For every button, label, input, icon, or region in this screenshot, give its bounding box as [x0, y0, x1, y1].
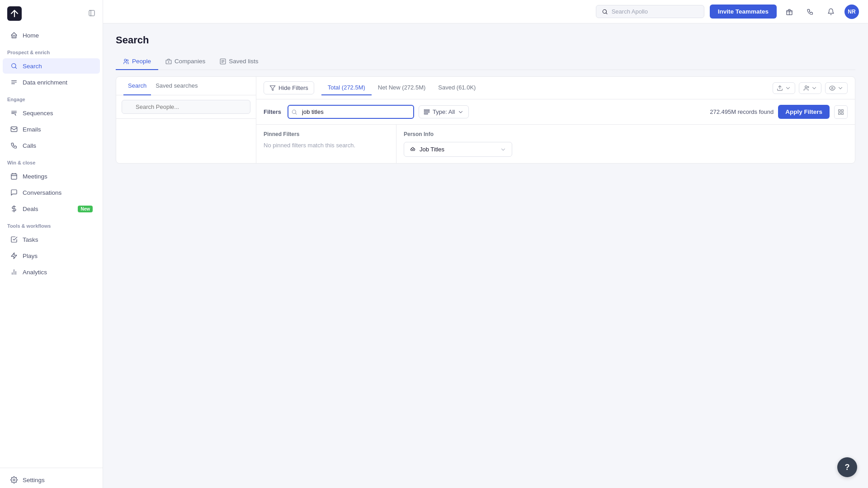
view-tab-net-new[interactable]: Net New (272.5M)	[372, 80, 432, 95]
grid-icon	[838, 109, 844, 115]
global-search-placeholder: Search Apollo	[612, 8, 648, 15]
tab-saved-lists[interactable]: Saved lists	[212, 53, 265, 70]
sidebar-collapse-icon[interactable]	[88, 9, 95, 18]
filter-search-wrapper	[288, 105, 414, 119]
svg-rect-25	[424, 111, 429, 112]
view-tab-saved[interactable]: Saved (61.0K)	[432, 80, 482, 95]
chevron-down-icon-1	[785, 85, 791, 91]
eye-icon	[829, 85, 835, 91]
chevron-down-icon-3	[837, 85, 844, 91]
filter-icon	[269, 85, 276, 91]
email-icon	[10, 125, 18, 133]
settings-icon	[10, 476, 18, 484]
type-dropdown[interactable]: Type: All	[419, 105, 469, 118]
view-toggle-btn[interactable]	[825, 82, 848, 94]
sidebar-item-meetings[interactable]: Meetings	[3, 169, 100, 184]
tab-companies[interactable]: Companies	[158, 53, 212, 70]
people-search-input[interactable]	[122, 100, 250, 114]
view-tabs: Total (272.5M) Net New (272.5M) Saved (6…	[321, 80, 482, 95]
filters-content: Pinned Filters No pinned filters match t…	[256, 125, 855, 163]
topbar-icons: NR	[782, 5, 859, 19]
export-action-btn[interactable]	[773, 82, 795, 94]
sidebar-item-conversations[interactable]: Conversations	[3, 185, 100, 200]
svg-point-19	[805, 85, 807, 88]
sidebar-item-home[interactable]: Home	[3, 28, 100, 43]
sequences-icon	[10, 109, 18, 117]
sidebar-item-plays[interactable]: Plays	[3, 248, 100, 263]
svg-rect-27	[839, 109, 840, 111]
plays-icon	[10, 252, 18, 260]
help-button[interactable]: ?	[837, 457, 857, 477]
filters-row: Filters Type: All 272.495M records found…	[256, 99, 855, 125]
svg-rect-28	[841, 109, 843, 111]
avatar[interactable]: NR	[844, 5, 859, 19]
companies-tab-icon	[165, 58, 172, 65]
gift-icon[interactable]	[782, 5, 797, 19]
tools-workflows-label: Tools & workflows	[0, 217, 103, 231]
sidebar-logo	[0, 0, 103, 27]
main-content: Search Apollo Invite Teammates NR Search…	[103, 0, 868, 488]
invite-teammates-button[interactable]: Invite Teammates	[710, 5, 777, 19]
sidebar-item-data-enrichment[interactable]: Data enrichment	[3, 75, 100, 90]
sidebar-item-tasks[interactable]: Tasks	[3, 232, 100, 247]
grid-layout-btn[interactable]	[834, 105, 848, 119]
svg-rect-24	[424, 109, 429, 110]
sidebar-item-deals[interactable]: Deals New	[3, 201, 100, 216]
phone-topbar-icon[interactable]	[803, 5, 817, 19]
people-tab-icon	[123, 58, 129, 65]
search-icon	[10, 62, 18, 70]
sidebar-item-emails[interactable]: Emails	[3, 122, 100, 137]
left-tab-search[interactable]: Search	[123, 77, 151, 95]
right-panel: Hide Filters Total (272.5M) Net New (272…	[256, 77, 855, 163]
hide-filters-button[interactable]: Hide Filters	[264, 81, 314, 94]
sidebar-item-settings[interactable]: Settings	[3, 472, 100, 488]
svg-rect-3	[11, 174, 17, 179]
svg-point-22	[831, 87, 833, 89]
apply-filters-button[interactable]: Apply Filters	[778, 105, 830, 119]
filter-search-input[interactable]	[288, 105, 414, 119]
export-icon	[777, 85, 783, 91]
type-chevron-icon	[458, 109, 464, 115]
svg-rect-0	[89, 10, 94, 16]
filter-chip-chevron-icon	[500, 146, 506, 153]
bell-icon[interactable]	[824, 5, 838, 19]
app-logo[interactable]	[7, 6, 22, 21]
chat-icon	[10, 188, 18, 197]
job-titles-filter-chip[interactable]: Job Titles	[404, 142, 512, 157]
global-search-icon	[602, 9, 608, 15]
win-close-label: Win & close	[0, 154, 103, 168]
person-info-section: Person Info Job Titles	[396, 125, 855, 163]
svg-rect-30	[841, 113, 843, 114]
right-panel-actions	[773, 82, 848, 94]
pinned-filters-section: Pinned Filters No pinned filters match t…	[256, 125, 396, 163]
topbar: Search Apollo Invite Teammates NR	[103, 0, 868, 23]
pinned-filters-title: Pinned Filters	[264, 131, 389, 137]
chevron-down-icon-2	[811, 85, 817, 91]
sidebar: Home Prospect & enrich Search Data enric…	[0, 0, 103, 488]
analytics-icon	[10, 268, 18, 276]
calendar-icon	[10, 172, 18, 180]
svg-rect-2	[11, 127, 17, 132]
add-person-action-btn[interactable]	[799, 82, 821, 94]
dollar-icon	[10, 205, 18, 213]
sidebar-item-sequences[interactable]: Sequences	[3, 105, 100, 121]
view-tab-total[interactable]: Total (272.5M)	[321, 80, 372, 95]
sidebar-item-calls[interactable]: Calls	[3, 138, 100, 153]
new-badge: New	[78, 206, 93, 212]
home-icon	[10, 31, 18, 39]
type-icon	[424, 109, 430, 115]
page-content: Search People Companies Saved lists Sear…	[103, 23, 868, 488]
page-title: Search	[116, 34, 855, 46]
left-tab-saved-searches[interactable]: Saved searches	[151, 77, 202, 95]
global-search-box[interactable]: Search Apollo	[596, 5, 704, 18]
records-count: 272.495M records found	[710, 108, 774, 115]
main-tabs: People Companies Saved lists	[116, 53, 855, 70]
filter-chip-left: Job Titles	[410, 146, 444, 153]
sidebar-item-analytics[interactable]: Analytics	[3, 264, 100, 280]
sidebar-item-search[interactable]: Search	[3, 58, 100, 74]
filter-search-icon	[291, 109, 297, 115]
tab-people[interactable]: People	[116, 53, 158, 70]
svg-point-31	[412, 147, 414, 150]
svg-rect-26	[424, 113, 428, 114]
phone-icon	[10, 141, 18, 150]
